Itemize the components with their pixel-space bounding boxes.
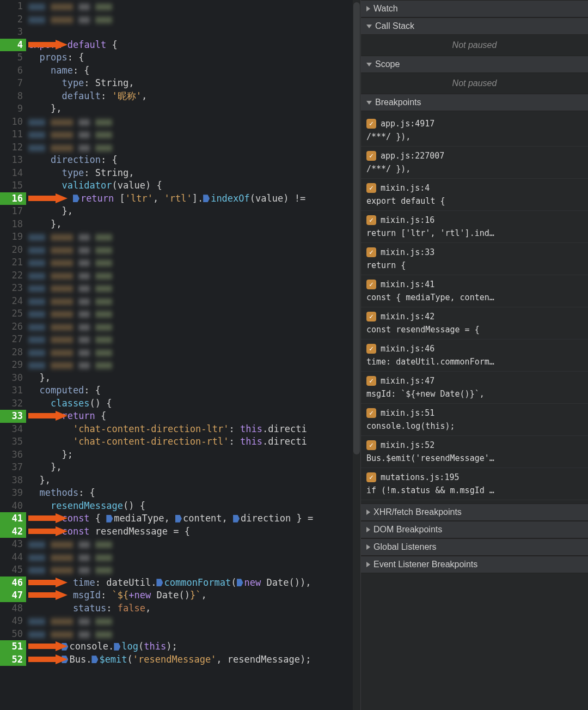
breakpoint-checkbox[interactable] [366, 312, 376, 321]
code-line[interactable]: name: { [28, 64, 360, 77]
line-number[interactable]: 17 [0, 205, 23, 218]
code-line[interactable]: return ['ltr', 'rtl'].indexOf(value) != [28, 192, 360, 205]
line-number[interactable]: 12 [0, 141, 23, 154]
code-line[interactable]: ▮▮▮ ▮▮▮▮ ▮▮ ▮▮▮ [28, 0, 360, 13]
line-number[interactable]: 32 [0, 397, 23, 410]
breakpoint-checkbox[interactable] [366, 376, 376, 386]
breakpoint-item[interactable]: mixin.js:4export default { [361, 179, 588, 211]
line-number[interactable]: 29 [0, 359, 23, 372]
code-line[interactable]: ▮▮▮ ▮▮▮▮ ▮▮ ▮▮▮ [28, 538, 360, 551]
line-number[interactable]: 47 [0, 589, 26, 602]
code-line[interactable]: computed: { [28, 384, 360, 397]
breakpoint-item[interactable]: mixin.js:42const resendMessage = { [361, 307, 588, 339]
code-line[interactable]: }, [28, 102, 360, 116]
code-line[interactable]: return { [28, 410, 360, 423]
code-line[interactable]: ▮▮▮ ▮▮▮▮ ▮▮ ▮▮▮ [28, 307, 360, 320]
code-line[interactable]: ▮▮▮ ▮▮▮▮ ▮▮ ▮▮▮ [28, 13, 360, 26]
code-line[interactable]: const resendMessage = { [28, 525, 360, 538]
line-number[interactable]: 10 [0, 116, 23, 129]
code-editor[interactable]: 1234567891011121314151617181920212223242… [0, 0, 360, 710]
section-dom[interactable]: DOM Breakpoints [361, 521, 588, 538]
line-number[interactable]: 22 [0, 269, 23, 282]
line-number[interactable]: 23 [0, 282, 23, 295]
code-line[interactable]: methods: { [28, 487, 360, 500]
line-number[interactable]: 50 [0, 628, 23, 641]
code-line[interactable]: ▮▮▮ ▮▮▮▮ ▮▮ ▮▮▮ [28, 563, 360, 577]
editor-scrollbar[interactable] [353, 0, 360, 710]
breakpoint-checkbox[interactable] [366, 472, 376, 482]
breakpoint-item[interactable]: mixin.js:41const { mediaType, conten… [361, 275, 588, 307]
line-number[interactable]: 21 [0, 256, 23, 269]
code-line[interactable]: console.log(this); [28, 640, 360, 653]
code-line[interactable]: }; [28, 448, 360, 462]
code-line[interactable]: classes() { [28, 397, 360, 410]
line-number[interactable]: 51 [0, 640, 26, 653]
line-number[interactable]: 52 [0, 653, 26, 666]
section-callstack[interactable]: Call Stack [361, 17, 588, 35]
line-number[interactable]: 36 [0, 448, 23, 462]
line-number[interactable]: 19 [0, 230, 23, 244]
breakpoint-checkbox[interactable] [366, 215, 376, 225]
line-number[interactable]: 26 [0, 320, 23, 333]
code-line[interactable]: ▮▮▮ ▮▮▮▮ ▮▮ ▮▮▮ [28, 244, 360, 257]
code-line[interactable]: }, [28, 218, 360, 231]
line-number[interactable]: 6 [0, 64, 23, 77]
code-line[interactable]: ▮▮▮ ▮▮▮▮ ▮▮ ▮▮▮ [28, 141, 360, 154]
code-line[interactable]: msgId: `${+new Date()}`, [28, 589, 360, 602]
code-line[interactable]: resendMessage() { [28, 500, 360, 513]
code-line[interactable]: props: { [28, 51, 360, 64]
line-number[interactable]: 31 [0, 384, 23, 397]
code-line[interactable]: }, [28, 461, 360, 474]
breakpoint-checkbox[interactable] [366, 183, 376, 193]
line-number[interactable]: 8 [0, 90, 23, 103]
line-number[interactable]: 30 [0, 372, 23, 385]
line-number[interactable]: 20 [0, 244, 23, 257]
line-number[interactable]: 40 [0, 500, 23, 513]
code-line[interactable]: ▮▮▮ ▮▮▮▮ ▮▮ ▮▮▮ [28, 628, 360, 641]
breakpoint-item[interactable]: mixin.js:51console.log(this); [361, 404, 588, 436]
code-line[interactable] [28, 26, 360, 39]
breakpoint-item[interactable]: mixin.js:16return ['ltr', 'rtl'].ind… [361, 211, 588, 243]
code-line[interactable]: ▮▮▮ ▮▮▮▮ ▮▮ ▮▮▮ [28, 269, 360, 282]
line-number[interactable]: 15 [0, 179, 23, 192]
line-number[interactable]: 2 [0, 13, 23, 26]
section-scope[interactable]: Scope [361, 56, 588, 73]
code-line[interactable]: ▮▮▮ ▮▮▮▮ ▮▮ ▮▮▮ [28, 320, 360, 333]
line-number[interactable]: 9 [0, 102, 23, 116]
line-number[interactable]: 45 [0, 563, 23, 577]
code-line[interactable]: ▮▮▮ ▮▮▮▮ ▮▮ ▮▮▮ [28, 359, 360, 372]
section-event[interactable]: Event Listener Breakpoints [361, 556, 588, 573]
line-number[interactable]: 5 [0, 51, 23, 64]
code-line[interactable]: type: String, [28, 167, 360, 180]
line-number[interactable]: 43 [0, 538, 23, 551]
breakpoint-item[interactable]: mixin.js:47msgId: `${+new Date()}`, [361, 372, 588, 404]
code-content[interactable]: ▮▮▮ ▮▮▮▮ ▮▮ ▮▮▮▮▮▮ ▮▮▮▮ ▮▮ ▮▮▮ export de… [26, 0, 360, 710]
line-number[interactable]: 16 [0, 192, 26, 205]
code-line[interactable]: ▮▮▮ ▮▮▮▮ ▮▮ ▮▮▮ [28, 333, 360, 346]
breakpoint-item[interactable]: mixin.js:46time: dateUtil.commonForm… [361, 339, 588, 372]
line-number[interactable]: 42 [0, 525, 26, 538]
breakpoint-checkbox[interactable] [366, 344, 376, 354]
scrollbar-thumb[interactable] [353, 2, 360, 454]
breakpoint-item[interactable]: mixin.js:33return { [361, 243, 588, 275]
line-number[interactable]: 3 [0, 26, 23, 39]
code-line[interactable]: 'chat-content-direction-rtl': this.direc… [28, 435, 360, 448]
breakpoint-item[interactable]: mixin.js:52Bus.$emit('resendMessage'… [361, 436, 588, 468]
code-line[interactable]: time: dateUtil.commonFormat(new Date()), [28, 577, 360, 590]
code-line[interactable]: }, [28, 474, 360, 487]
code-line[interactable]: 'chat-content-direction-ltr': this.direc… [28, 423, 360, 436]
code-line[interactable]: direction: { [28, 154, 360, 167]
line-number-gutter[interactable]: 1234567891011121314151617181920212223242… [0, 0, 26, 710]
line-number[interactable]: 38 [0, 474, 23, 487]
code-line[interactable]: ▮▮▮ ▮▮▮▮ ▮▮ ▮▮▮ [28, 615, 360, 628]
line-number[interactable]: 13 [0, 154, 23, 167]
code-line[interactable]: validator(value) { [28, 179, 360, 192]
breakpoint-checkbox[interactable] [366, 247, 376, 257]
code-line[interactable]: const { mediaType, content, direction } … [28, 512, 360, 525]
code-line[interactable]: ▮▮▮ ▮▮▮▮ ▮▮ ▮▮▮ [28, 346, 360, 359]
breakpoint-checkbox[interactable] [366, 151, 376, 161]
code-line[interactable]: ▮▮▮ ▮▮▮▮ ▮▮ ▮▮▮ [28, 551, 360, 564]
line-number[interactable]: 34 [0, 423, 23, 436]
line-number[interactable]: 37 [0, 461, 23, 474]
line-number[interactable]: 4 [0, 39, 26, 52]
